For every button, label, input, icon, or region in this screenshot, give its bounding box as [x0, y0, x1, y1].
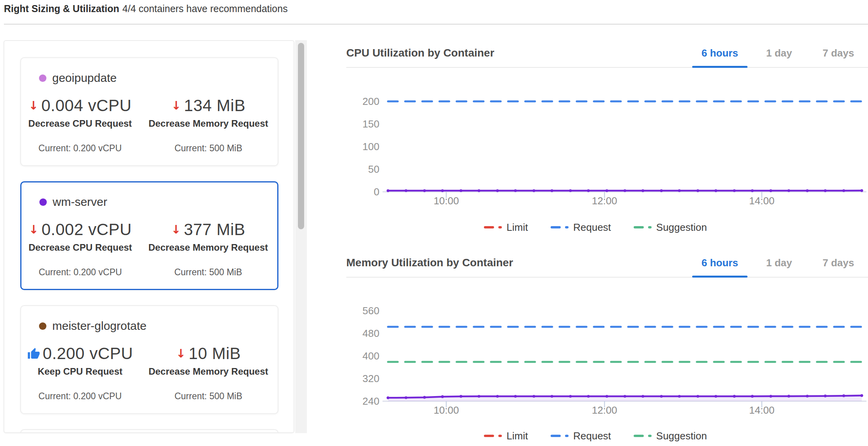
- container-card-header: meister-glogrotate: [21, 319, 278, 333]
- svg-text:100: 100: [363, 141, 379, 152]
- container-card-meister-glogrotate[interactable]: meister-glogrotate 0.200 vCPU Keep CPU R…: [20, 305, 278, 414]
- legend-item-limit[interactable]: Limit: [484, 430, 528, 442]
- svg-text:12:00: 12:00: [592, 404, 617, 416]
- container-card-header: geoipupdate: [21, 71, 278, 85]
- arrow-down-icon: ↓: [171, 224, 181, 235]
- legend-item-suggestion[interactable]: Suggestion: [634, 430, 707, 442]
- legend-label: Suggestion: [656, 221, 707, 234]
- container-card-partial[interactable]: [20, 429, 278, 433]
- memory-chart-title: Memory Utilization by Container: [346, 257, 690, 269]
- dash-dot-marker-icon: [634, 434, 652, 438]
- svg-text:240: 240: [363, 395, 379, 407]
- cpu-chart-legend: Limit Request Suggestion: [335, 219, 856, 236]
- arrow-down-icon: ↓: [171, 100, 181, 112]
- page-title: Right Sizing & Utilization: [4, 3, 119, 14]
- container-color-dot: [39, 198, 47, 206]
- tab-6-hours[interactable]: 6 hours: [690, 249, 749, 277]
- container-card-geoipupdate[interactable]: geoipupdate ↓ 0.004 vCPU Decrease CPU Re…: [20, 57, 278, 166]
- svg-text:10:00: 10:00: [434, 195, 459, 207]
- memory-utilization-chart: 56048040032024010:0012:0014:00: [346, 281, 868, 418]
- metric-current: Current: 500 MiB: [174, 267, 242, 278]
- arrow-down-icon: ↓: [29, 224, 39, 235]
- tab-7-days[interactable]: 7 days: [809, 39, 868, 67]
- legend-label: Suggestion: [656, 430, 707, 442]
- tab-7-days[interactable]: 7 days: [809, 249, 868, 277]
- tab-6-hours[interactable]: 6 hours: [690, 39, 749, 67]
- metric-value: 0.200 vCPU: [43, 344, 133, 363]
- page-subtitle: 4/4 containers have recommendations: [122, 3, 288, 14]
- metric-value: 0.004 vCPU: [41, 96, 131, 115]
- cpu-utilization-chart: 20015010050010:0012:0014:00: [346, 72, 868, 209]
- thumb-up-icon: [27, 347, 40, 360]
- tab-1-day[interactable]: 1 day: [749, 249, 809, 277]
- metric-action: Decrease CPU Request: [28, 118, 132, 129]
- svg-text:320: 320: [363, 373, 379, 384]
- container-name: meister-glogrotate: [52, 319, 147, 333]
- legend-label: Request: [573, 430, 611, 442]
- legend-label: Request: [573, 221, 611, 234]
- container-color-dot: [39, 74, 46, 82]
- memory-metric: ↓ 10 MiB Decrease Memory Request Current…: [139, 344, 278, 402]
- metrics-row: ↓ 0.002 vCPU Decrease CPU Request Curren…: [21, 220, 277, 278]
- svg-text:150: 150: [363, 118, 379, 130]
- legend-item-request[interactable]: Request: [551, 221, 611, 234]
- cpu-metric: ↓ 0.004 vCPU Decrease CPU Request Curren…: [21, 96, 139, 154]
- scrollbar-thumb[interactable]: [298, 43, 304, 229]
- metric-current: Current: 500 MiB: [174, 143, 242, 154]
- arrow-down-icon: ↓: [176, 348, 186, 359]
- dash-dot-marker-icon: [551, 434, 569, 438]
- container-color-dot: [39, 322, 46, 330]
- metric-value: 0.002 vCPU: [41, 220, 131, 239]
- metric-value: 134 MiB: [184, 96, 246, 115]
- metric-value: 10 MiB: [189, 344, 241, 363]
- memory-chart-header: Memory Utilization by Container 6 hours …: [346, 249, 868, 278]
- memory-metric: ↓ 134 MiB Decrease Memory Request Curren…: [139, 96, 278, 154]
- legend-item-suggestion[interactable]: Suggestion: [634, 221, 707, 234]
- container-name: geoipupdate: [52, 71, 117, 85]
- tab-1-day[interactable]: 1 day: [749, 39, 809, 67]
- dash-dot-marker-icon: [484, 225, 502, 230]
- svg-text:200: 200: [363, 96, 379, 107]
- header-divider: [4, 24, 868, 25]
- cpu-metric: ↓ 0.002 vCPU Decrease CPU Request Curren…: [21, 220, 139, 278]
- dash-dot-marker-icon: [484, 434, 502, 438]
- container-card-wm-server[interactable]: wm-server ↓ 0.002 vCPU Decrease CPU Requ…: [20, 181, 278, 290]
- svg-text:14:00: 14:00: [749, 404, 774, 416]
- dash-dot-marker-icon: [634, 225, 652, 230]
- svg-text:480: 480: [363, 327, 379, 339]
- metric-current: Current: 0.200 vCPU: [39, 391, 122, 402]
- cpu-chart-header: CPU Utilization by Container 6 hours 1 d…: [346, 39, 868, 68]
- metric-action: Decrease Memory Request: [149, 366, 268, 377]
- metric-value: 377 MiB: [184, 220, 245, 239]
- svg-text:12:00: 12:00: [592, 195, 617, 207]
- container-card-header: wm-server: [21, 195, 277, 209]
- arrow-down-icon: ↓: [28, 100, 39, 112]
- page-header: Right Sizing & Utilization4/4 containers…: [4, 3, 288, 14]
- metric-current: Current: 500 MiB: [174, 391, 242, 402]
- memory-chart-legend: Limit Request Suggestion: [335, 427, 856, 444]
- svg-text:14:00: 14:00: [749, 195, 774, 207]
- legend-item-limit[interactable]: Limit: [484, 221, 528, 234]
- cpu-chart-title: CPU Utilization by Container: [346, 47, 690, 59]
- metric-action: Decrease Memory Request: [148, 242, 268, 253]
- metric-current: Current: 0.200 vCPU: [39, 143, 122, 154]
- svg-text:0: 0: [374, 186, 379, 198]
- metric-action: Decrease CPU Request: [28, 242, 132, 253]
- metric-action: Decrease Memory Request: [149, 118, 268, 129]
- svg-text:10:00: 10:00: [434, 404, 459, 416]
- metrics-row: ↓ 0.004 vCPU Decrease CPU Request Curren…: [21, 96, 278, 154]
- dash-dot-marker-icon: [551, 225, 569, 230]
- metrics-row: 0.200 vCPU Keep CPU Request Current: 0.2…: [21, 344, 278, 402]
- legend-label: Limit: [507, 430, 528, 442]
- recommendations-panel: geoipupdate ↓ 0.004 vCPU Decrease CPU Re…: [4, 40, 294, 433]
- memory-metric: ↓ 377 MiB Decrease Memory Request Curren…: [139, 220, 277, 278]
- svg-text:50: 50: [368, 163, 379, 175]
- metric-current: Current: 0.200 vCPU: [39, 267, 122, 278]
- svg-text:560: 560: [363, 305, 379, 317]
- svg-text:400: 400: [363, 350, 379, 362]
- container-name: wm-server: [53, 195, 107, 209]
- legend-label: Limit: [507, 221, 528, 234]
- cpu-metric: 0.200 vCPU Keep CPU Request Current: 0.2…: [21, 344, 139, 402]
- metric-action: Keep CPU Request: [38, 366, 122, 377]
- legend-item-request[interactable]: Request: [551, 430, 611, 442]
